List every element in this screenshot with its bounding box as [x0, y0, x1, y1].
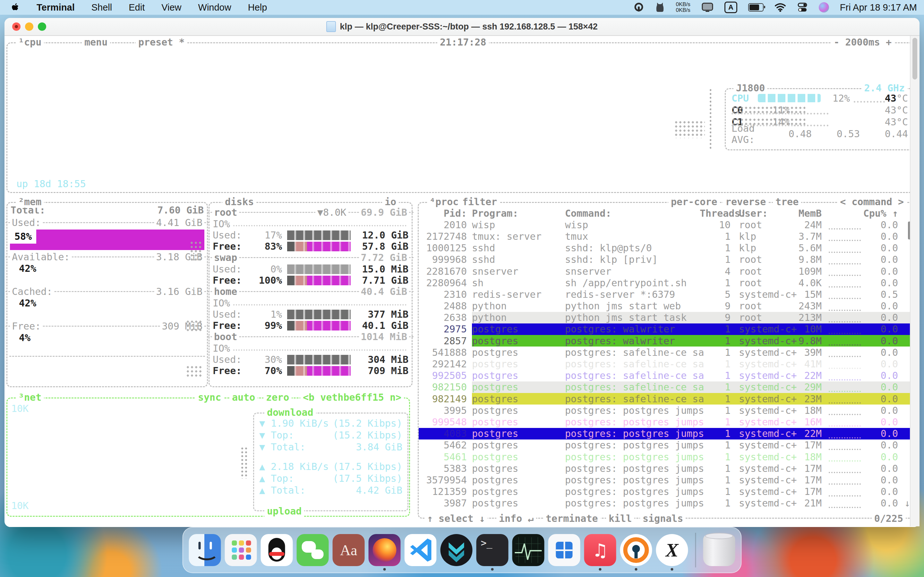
dock-item-wechat[interactable] — [297, 534, 329, 566]
process-row[interactable]: 3579954postgrespostgres: postgres jumps1… — [419, 474, 915, 486]
proc-tab[interactable]: ⁴proc — [427, 196, 461, 208]
menu-item-terminal[interactable]: Terminal — [37, 2, 75, 13]
dock-item-finder[interactable] — [189, 534, 221, 566]
process-row[interactable]: 292142postgrespostgres: safeline-ce sa1s… — [419, 358, 915, 370]
user-column-header[interactable]: User: — [739, 208, 797, 219]
dock-item-dictionary[interactable]: Aa — [333, 534, 365, 566]
cpu-column-header[interactable]: Cpu% ↑ — [861, 208, 915, 219]
menu-bar-clock[interactable]: Fri Apr 18 9:17 AM — [840, 2, 917, 13]
per-core-toggle[interactable]: per-core — [668, 196, 720, 208]
process-row[interactable]: 999968sshdsshd: klp [priv]1root9.8M0.0 — [419, 254, 915, 266]
command-cell: postgres: walwriter — [565, 335, 700, 347]
disks-tab[interactable]: disks — [222, 196, 256, 208]
process-row[interactable]: 541888postgrespostgres: safeline-ce sa1s… — [419, 347, 915, 358]
process-row[interactable]: 3987postgrespostgres: postgres jumps1sys… — [419, 498, 915, 509]
menu-item-window[interactable]: Window — [198, 2, 231, 13]
command-cell: postgres: safeline-ce sa — [565, 347, 700, 358]
process-row[interactable]: 121359postgrespostgres: postgres jumps1s… — [419, 486, 915, 498]
net-zero-button[interactable]: zero — [263, 392, 292, 403]
wifi-icon[interactable] — [774, 3, 786, 12]
openvpn-menu-icon[interactable] — [633, 2, 644, 13]
process-row[interactable]: 2488pythonpython jms start web9root243M0… — [419, 300, 915, 312]
tree-toggle[interactable]: tree — [773, 196, 801, 208]
window-scrollbar[interactable] — [910, 36, 919, 526]
threads-cell: 1 — [700, 498, 730, 509]
process-row[interactable]: 999548postgrespostgres: postgres jumps1s… — [419, 416, 915, 428]
dock-item-music[interactable]: ♫ — [584, 534, 616, 566]
threads-column-header[interactable]: Threads: — [700, 208, 730, 219]
dock-item-xquartz[interactable]: X — [656, 534, 688, 566]
minimize-window-button[interactable] — [25, 23, 33, 31]
cat-status-icon[interactable] — [655, 2, 665, 13]
disk-used-meter — [287, 264, 351, 274]
pid-column-header[interactable]: Pid: — [419, 208, 467, 219]
terminate-hint[interactable]: terminate — [543, 513, 601, 524]
battery-icon[interactable] — [748, 3, 764, 11]
process-row[interactable]: 992505postgrespostgres: safeline-ce sa1s… — [419, 370, 915, 382]
reverse-toggle[interactable]: reverse — [723, 196, 768, 208]
net-tab[interactable]: ³net — [16, 392, 44, 403]
mem-tab[interactable]: ²mem — [16, 196, 44, 208]
siri-icon[interactable] — [819, 2, 829, 13]
select-hint[interactable]: ↑ select ↓ — [425, 513, 488, 524]
dock-item-trash[interactable] — [703, 534, 735, 566]
dock-item-dark-chevron-app[interactable] — [441, 534, 473, 566]
dock-item-terminal[interactable]: >_ — [477, 534, 509, 566]
dock-item-launchpad[interactable] — [225, 534, 257, 566]
command-sort-selector[interactable]: < command > — [837, 196, 906, 208]
dock-item-vscode[interactable] — [405, 534, 437, 566]
dock-item-activity-monitor[interactable] — [512, 534, 544, 566]
dock-item-windows-app[interactable] — [548, 534, 580, 566]
preset-button[interactable]: preset * — [136, 37, 187, 48]
network-speed-indicator[interactable]: 0KB/s 0KB/s — [676, 2, 690, 13]
command-column-header[interactable]: Command: — [565, 208, 700, 219]
net-sync-button[interactable]: sync — [195, 392, 224, 403]
process-row[interactable]: 4083postgrespostgres: postgres jumps1sys… — [419, 428, 915, 440]
process-row[interactable]: 2857postgrespostgres: walwriter1systemd-… — [419, 335, 915, 347]
process-row[interactable]: 2281670snserversnserver4root109M0.0 — [419, 266, 915, 277]
menu-item-view[interactable]: View — [162, 2, 181, 13]
command-cell: postgres: safeline-ce sa — [565, 382, 700, 393]
process-row[interactable]: 2975postgrespostgres: walwriter1systemd-… — [419, 324, 915, 335]
process-row[interactable]: 5461postgrespostgres: postgres jumps1sys… — [419, 451, 915, 463]
disk-free-percent: 70% — [254, 365, 282, 376]
dock-item-openvpn[interactable] — [620, 534, 652, 566]
process-row[interactable]: 5462postgrespostgres: postgres jumps1sys… — [419, 440, 915, 451]
scrollbar-thumb[interactable] — [913, 38, 917, 79]
apple-menu-icon[interactable] — [11, 3, 20, 12]
process-row[interactable]: 2172748tmux: servertmux1klp3.7M0.0 — [419, 230, 915, 242]
process-row[interactable]: 982149postgrespostgres: safeline-ce sa1s… — [419, 393, 915, 405]
signals-hint[interactable]: signals — [640, 513, 686, 524]
cpu-percent-cell: 0.0 — [861, 242, 915, 253]
display-menu-icon[interactable] — [701, 2, 714, 13]
process-row[interactable]: 3995postgrespostgres: postgres jumps1sys… — [419, 405, 915, 416]
filter-button[interactable]: filter — [460, 196, 499, 208]
kill-hint[interactable]: kill — [606, 513, 634, 524]
process-row[interactable]: 5383postgrespostgres: postgres jumps1sys… — [419, 463, 915, 474]
menu-button[interactable]: menu — [82, 37, 110, 48]
process-row[interactable]: 2638pythonpython jms start task9root213M… — [419, 312, 915, 324]
net-auto-button[interactable]: auto — [229, 392, 258, 403]
input-source-icon[interactable]: A — [724, 2, 737, 13]
io-tab[interactable]: io — [382, 196, 399, 208]
process-row[interactable]: 2010wispwisp10root24M0.0 — [419, 219, 915, 230]
menu-item-help[interactable]: Help — [248, 2, 267, 13]
close-window-button[interactable] — [12, 23, 21, 31]
memory-column-header[interactable]: MemB — [797, 208, 822, 219]
info-hint[interactable]: info ↵ — [496, 513, 536, 524]
update-interval-control[interactable]: - 2000ms + — [831, 37, 894, 48]
dock-item-qq[interactable] — [261, 534, 293, 566]
menu-item-edit[interactable]: Edit — [129, 2, 145, 13]
process-row[interactable]: 2280964shsh /app/entrypoint.sh1root4.0K0… — [419, 277, 915, 288]
process-row[interactable]: 982150postgrespostgres: safeline-ce sa1s… — [419, 382, 915, 393]
control-center-icon[interactable] — [797, 2, 808, 13]
window-titlebar[interactable]: klp — klp@Creeper-SSS:~/btop — ssh 192.1… — [5, 18, 919, 36]
cpu-tab[interactable]: ¹cpu — [16, 37, 44, 48]
menu-item-shell[interactable]: Shell — [91, 2, 112, 13]
zoom-window-button[interactable] — [38, 23, 46, 31]
net-interface-selector[interactable]: <b vethbe6ff15 n> — [300, 392, 404, 403]
process-row[interactable]: 2310redis-serverredis-server *:63795syst… — [419, 288, 915, 300]
program-column-header[interactable]: Program: — [472, 208, 565, 219]
process-row[interactable]: 1000125sshdsshd: klp@pts/01klp5.6M0.0 — [419, 242, 915, 254]
dock-item-firefox[interactable] — [368, 534, 401, 566]
